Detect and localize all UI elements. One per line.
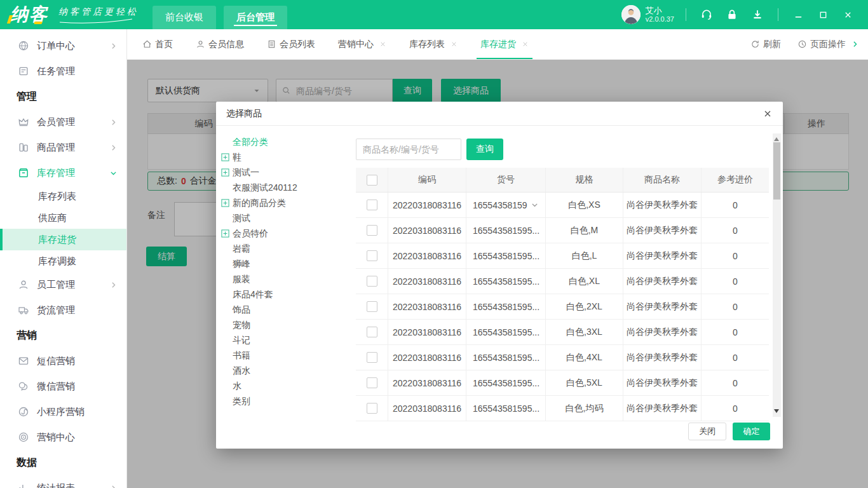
row-checkbox[interactable]	[367, 352, 377, 363]
modal-search-input[interactable]	[356, 139, 461, 160]
header-nav-tab-label: 后台管理	[236, 11, 275, 24]
sidebar-item[interactable]: 库存列表	[0, 186, 126, 207]
category-item[interactable]: 测试	[221, 211, 351, 226]
product-row[interactable]: 20220318083116 165543581595... 白色,2XL 尚谷…	[356, 294, 769, 320]
category-item[interactable]: 酒水	[221, 363, 351, 379]
header-tool-icon[interactable]	[700, 8, 713, 21]
modal-scrollbar[interactable]	[773, 133, 781, 417]
cell-price: 0	[701, 193, 769, 217]
page-operations-button[interactable]: 页面操作	[797, 39, 846, 50]
row-checkbox[interactable]	[367, 301, 377, 312]
sidebar-item[interactable]: 会员管理	[0, 109, 126, 135]
expand-plus-icon[interactable]	[221, 199, 229, 207]
page-tab[interactable]: 库存进货	[480, 29, 529, 59]
category-item[interactable]: 鞋	[221, 150, 351, 165]
category-item[interactable]: 宠物	[221, 318, 351, 333]
page-operations-chevron-icon[interactable]	[851, 40, 859, 48]
select-all-checkbox[interactable]	[367, 175, 377, 186]
row-checkbox[interactable]	[367, 225, 377, 236]
product-row[interactable]: 20220318083116 165543581595... 白色,L 尚谷伊美…	[356, 243, 769, 269]
category-item[interactable]: 会员特价	[221, 226, 351, 241]
category-item[interactable]: 新的商品分类	[221, 196, 351, 211]
category-item[interactable]: 水	[221, 379, 351, 394]
expand-plus-icon[interactable]	[221, 229, 229, 238]
sidebar-item[interactable]: 任务管理	[0, 58, 126, 84]
sidebar-item[interactable]: 货流管理	[0, 297, 126, 323]
header-right: 艾小 v2.0.0.37	[621, 5, 868, 24]
category-label: 宠物	[233, 320, 250, 331]
tab-close-icon[interactable]	[451, 41, 458, 48]
maximize-button[interactable]	[818, 10, 828, 20]
row-checkbox[interactable]	[367, 403, 377, 414]
sidebar-item[interactable]: 小程序营销	[0, 399, 126, 424]
expand-plus-icon[interactable]	[221, 153, 229, 161]
product-row[interactable]: 20220318083116 165543581595... 白色,3XL 尚谷…	[356, 320, 769, 345]
page-tab[interactable]: 库存列表	[409, 29, 458, 59]
modal-query-button[interactable]: 查询	[466, 139, 503, 160]
page-tab[interactable]: 会员信息	[196, 29, 244, 59]
product-row[interactable]: 20220318083116 165543581595... 白色,XL 尚谷伊…	[356, 269, 769, 294]
page-tab[interactable]: 营销中心	[338, 29, 386, 59]
sidebar-item[interactable]: 库存管理	[0, 160, 126, 186]
modal-close-icon[interactable]	[763, 109, 773, 119]
product-row[interactable]: 20220318083116 165543581595... 白色,均码 尚谷伊…	[356, 396, 769, 421]
sidebar-item[interactable]: 营销中心	[0, 424, 126, 450]
product-row[interactable]: 20220318083116 165543581595... 白色,M 尚谷伊美…	[356, 218, 769, 243]
category-item[interactable]: 饰品	[221, 302, 351, 318]
refresh-button[interactable]: 刷新	[750, 39, 781, 50]
row-checkbox[interactable]	[367, 327, 377, 337]
avatar[interactable]	[621, 5, 641, 24]
category-item[interactable]: 服装	[221, 272, 351, 287]
product-row[interactable]: 20220318083116 165543581595... 白色,4XL 尚谷…	[356, 345, 769, 370]
category-item[interactable]: 床品4件套	[221, 287, 351, 302]
minimize-button[interactable]	[794, 10, 803, 20]
tab-close-icon[interactable]	[379, 41, 386, 48]
page-tab[interactable]: 会员列表	[267, 29, 315, 59]
expand-plus-icon[interactable]	[221, 168, 229, 177]
cell-sku: 165543581595...	[466, 294, 545, 319]
sidebar-item[interactable]: 管理	[0, 84, 126, 109]
column-header-name: 商品名称	[623, 168, 701, 192]
row-checkbox[interactable]	[367, 200, 377, 210]
category-item[interactable]: 全部分类	[221, 135, 351, 150]
product-row[interactable]: 20220318083116 16554358159 白色,XS 尚谷伊美秋季外…	[356, 193, 769, 218]
row-checkbox[interactable]	[367, 377, 377, 388]
sidebar-item[interactable]: 统计报表	[0, 475, 126, 488]
category-item[interactable]: 类别	[221, 394, 351, 409]
app-header: 纳客 纳客管店更轻松 前台收银 后台管理 艾小 v2.0.0.37	[0, 0, 868, 29]
scroll-down-arrow[interactable]	[774, 409, 779, 413]
sidebar-item[interactable]: 数据	[0, 450, 126, 475]
sidebar-item[interactable]: 订单中心	[0, 33, 126, 58]
category-item[interactable]: 斗记	[221, 333, 351, 348]
header-tool-icon[interactable]	[751, 8, 764, 21]
cell-code: 20220318083116	[388, 269, 466, 294]
sidebar-item[interactable]: 供应商	[0, 207, 126, 229]
sidebar-item[interactable]: 员工管理	[0, 272, 126, 297]
header-tool-icon[interactable]	[726, 8, 738, 21]
category-item[interactable]: 岩霸	[221, 241, 351, 257]
sku-dropdown-icon[interactable]	[531, 201, 539, 209]
product-row[interactable]: 20220318083116 165543581595... 白色,5XL 尚谷…	[356, 370, 769, 396]
page-tab[interactable]: 首页	[142, 29, 173, 59]
category-item[interactable]: 衣服测试240112	[221, 180, 351, 196]
modal-confirm-button[interactable]: 确定	[733, 423, 770, 440]
scroll-thumb[interactable]	[773, 142, 780, 200]
scroll-up-arrow[interactable]	[774, 137, 779, 141]
close-window-button[interactable]	[843, 10, 853, 20]
modal-close-button[interactable]: 关闭	[688, 423, 726, 440]
category-item[interactable]: 测试一	[221, 165, 351, 180]
row-checkbox[interactable]	[367, 250, 377, 261]
sidebar-item[interactable]: 短信营销	[0, 348, 126, 374]
tab-close-icon[interactable]	[522, 41, 529, 48]
sidebar-item[interactable]: 微信营销	[0, 374, 126, 399]
sidebar-item[interactable]: 库存调拨	[0, 250, 126, 272]
category-item[interactable]: 书籍	[221, 348, 351, 363]
row-checkbox[interactable]	[367, 276, 377, 287]
sidebar-item[interactable]: 库存进货	[0, 229, 126, 250]
category-item[interactable]: 狮峰	[221, 257, 351, 272]
sidebar-item[interactable]: 商品管理	[0, 135, 126, 160]
header-nav-tab[interactable]: 后台管理	[224, 6, 287, 29]
header-nav-tab[interactable]: 前台收银	[153, 6, 216, 29]
cell-spec: 白色,均码	[545, 396, 623, 421]
sidebar-item[interactable]: 营销	[0, 323, 126, 348]
